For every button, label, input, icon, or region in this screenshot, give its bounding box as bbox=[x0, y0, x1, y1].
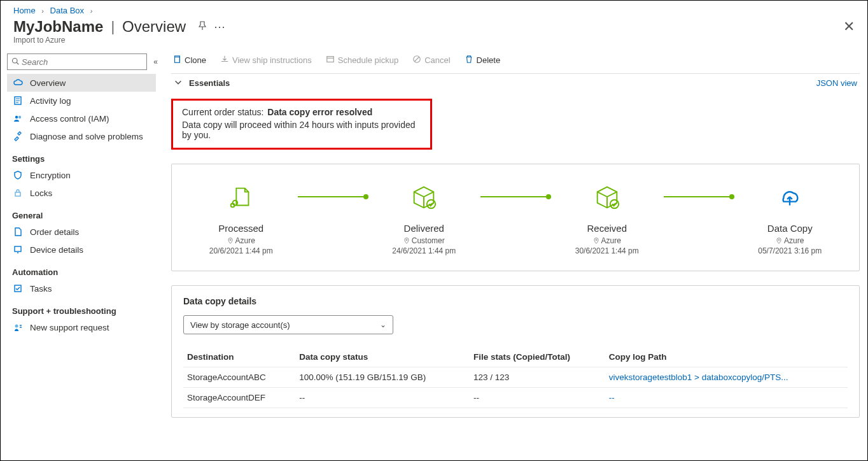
data-copy-title: Data copy details bbox=[183, 296, 848, 306]
ship-label: View ship instructions bbox=[232, 55, 312, 65]
step-location: Azure bbox=[776, 236, 804, 245]
schedule-pickup-button: Schedule pickup bbox=[326, 55, 398, 66]
breadcrumb-home[interactable]: Home bbox=[13, 6, 36, 15]
svg-rect-10 bbox=[326, 57, 333, 62]
lock-icon bbox=[12, 188, 24, 198]
sidebar-item-activity-log[interactable]: Activity log bbox=[7, 92, 156, 110]
view-ship-instructions-button: View ship instructions bbox=[220, 55, 312, 66]
doc-icon bbox=[12, 227, 24, 237]
people-icon bbox=[12, 113, 24, 124]
sidebar-item-device-details[interactable]: Device details bbox=[7, 241, 156, 259]
col-header: Data copy status bbox=[295, 347, 470, 367]
step-processed: ProcessedAzure20/6/2021 1:44 pm bbox=[185, 182, 298, 255]
breadcrumb-databox[interactable]: Data Box bbox=[50, 6, 84, 15]
sidebar-item-diagnose-and-solve-problems[interactable]: Diagnose and solve problems bbox=[7, 127, 156, 145]
svg-point-8 bbox=[15, 325, 18, 328]
step-data-copy: Data CopyAzure05/7/2021 3:16 pm bbox=[734, 182, 847, 255]
cancel-icon bbox=[412, 55, 421, 66]
trash-icon bbox=[465, 55, 473, 66]
shield-icon bbox=[12, 170, 24, 180]
step-delivered: DeliveredCustomer24/6/2021 1:44 pm bbox=[368, 182, 481, 255]
chevron-right-icon: › bbox=[87, 7, 97, 15]
cell-stats: -- bbox=[470, 388, 605, 408]
sidebar-heading: Automation bbox=[7, 259, 156, 280]
json-view-link[interactable]: JSON view bbox=[816, 78, 857, 88]
col-header: Destination bbox=[183, 347, 295, 367]
support-icon bbox=[12, 322, 24, 332]
progress-card: ProcessedAzure20/6/2021 1:44 pmDelivered… bbox=[171, 164, 860, 271]
svg-rect-9 bbox=[175, 57, 180, 63]
sidebar-heading: Settings bbox=[7, 145, 156, 166]
step-time: 05/7/2021 3:16 pm bbox=[758, 246, 822, 255]
svg-rect-7 bbox=[15, 285, 21, 292]
sidebar-item-label: Encryption bbox=[30, 171, 71, 180]
sidebar-item-new-support-request[interactable]: New support request bbox=[7, 318, 156, 336]
sidebar: « OverviewActivity logAccess control (IA… bbox=[1, 51, 160, 447]
cloud-icon bbox=[12, 78, 24, 88]
step-label: Processed bbox=[218, 223, 263, 234]
col-header: File stats (Copied/Total) bbox=[470, 347, 605, 367]
svg-point-2 bbox=[15, 116, 18, 118]
svg-point-14 bbox=[230, 239, 231, 241]
calendar-icon bbox=[326, 55, 335, 66]
step-connector bbox=[664, 196, 734, 197]
sidebar-item-label: Diagnose and solve problems bbox=[30, 132, 143, 141]
sidebar-heading: General bbox=[7, 202, 156, 223]
page-subtitle: Overview bbox=[122, 18, 186, 36]
collapse-sidebar-button[interactable]: « bbox=[153, 57, 156, 66]
tasks-icon bbox=[12, 283, 24, 294]
search-input[interactable] bbox=[22, 57, 143, 67]
step-connector bbox=[480, 196, 550, 197]
tools-icon bbox=[12, 131, 24, 141]
sidebar-item-encryption[interactable]: Encryption bbox=[7, 166, 156, 184]
search-icon bbox=[11, 57, 19, 67]
view-by-select[interactable]: View by storage account(s) ⌄ bbox=[183, 315, 393, 334]
copy-table: DestinationData copy statusFile stats (C… bbox=[183, 347, 848, 408]
svg-point-3 bbox=[18, 116, 21, 118]
breadcrumb: Home › Data Box › bbox=[1, 1, 867, 17]
data-copy-card: Data copy details View by storage accoun… bbox=[171, 285, 860, 418]
sidebar-item-tasks[interactable]: Tasks bbox=[7, 280, 156, 297]
step-connector bbox=[298, 196, 368, 197]
chevron-right-icon: › bbox=[38, 7, 48, 15]
clone-button[interactable]: Clone bbox=[172, 55, 206, 66]
log-icon bbox=[12, 96, 24, 106]
status-label: Current order status: bbox=[182, 107, 263, 117]
page-title: MyJobName bbox=[13, 18, 103, 36]
step-received: ReceivedAzure30/6/2021 1:44 pm bbox=[550, 182, 664, 255]
search-box[interactable] bbox=[7, 53, 147, 70]
sidebar-item-locks[interactable]: Locks bbox=[7, 184, 156, 202]
step-location: Azure bbox=[227, 236, 255, 245]
essentials-toggle[interactable] bbox=[174, 78, 184, 89]
delete-label: Delete bbox=[477, 55, 501, 65]
delete-button[interactable]: Delete bbox=[465, 55, 501, 66]
sidebar-item-label: Order details bbox=[30, 227, 79, 237]
clone-label: Clone bbox=[185, 55, 206, 65]
select-value: View by storage account(s) bbox=[190, 320, 380, 330]
svg-point-0 bbox=[13, 58, 18, 63]
copy-icon bbox=[172, 55, 181, 66]
pin-button[interactable] bbox=[197, 21, 207, 33]
cell-status: 100.00% (151.19 GB/151.19 GB) bbox=[295, 367, 470, 388]
sidebar-item-label: Access control (IAM) bbox=[30, 114, 109, 124]
svg-point-6 bbox=[17, 252, 18, 253]
sidebar-item-label: Locks bbox=[30, 188, 52, 198]
sidebar-item-overview[interactable]: Overview bbox=[7, 74, 156, 92]
cell-stats: 123 / 123 bbox=[470, 367, 605, 388]
cell-log-link[interactable]: vivekstoragetestblob1 > databoxcopylog/P… bbox=[605, 367, 848, 388]
cell-destination: StorageAccountABC bbox=[183, 367, 295, 388]
svg-rect-4 bbox=[15, 192, 20, 196]
cancel-button: Cancel bbox=[412, 55, 450, 66]
cell-destination: StorageAccountDEF bbox=[183, 388, 295, 408]
sidebar-item-order-details[interactable]: Order details bbox=[7, 223, 156, 241]
sidebar-item-label: Device details bbox=[30, 245, 83, 255]
step-time: 24/6/2021 1:44 pm bbox=[392, 246, 456, 255]
sidebar-item-label: Activity log bbox=[30, 96, 71, 106]
cell-log-link[interactable]: -- bbox=[605, 388, 848, 408]
more-button[interactable]: ⋯ bbox=[214, 20, 225, 34]
step-label: Data Copy bbox=[767, 223, 813, 234]
step-time: 30/6/2021 1:44 pm bbox=[575, 246, 639, 255]
close-button[interactable]: ✕ bbox=[843, 18, 855, 35]
device-icon bbox=[12, 245, 24, 255]
sidebar-item-access-control-iam-[interactable]: Access control (IAM) bbox=[7, 110, 156, 127]
